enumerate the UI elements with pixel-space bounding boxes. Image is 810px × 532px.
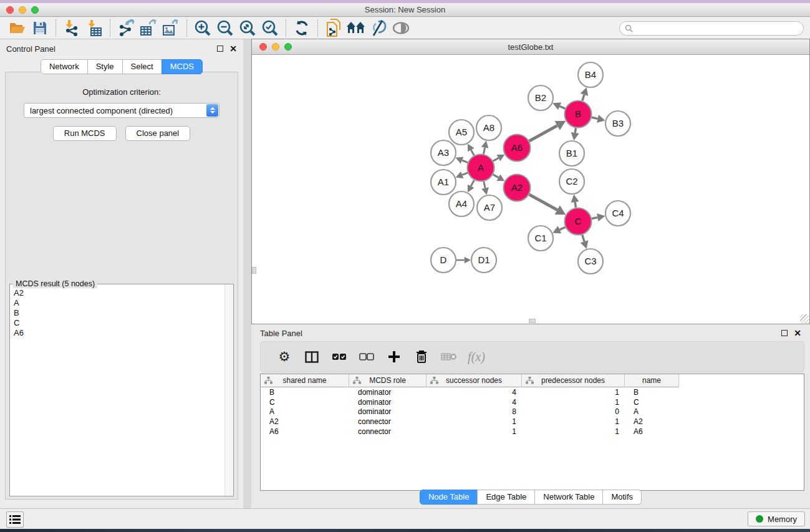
edge-A2-C[interactable]	[529, 195, 557, 210]
cell[interactable]: 4	[427, 388, 522, 397]
unselect-all-icon[interactable]	[353, 346, 380, 367]
cell[interactable]: C	[261, 398, 349, 407]
network-canvas[interactable]: AA1A2A3A4A5A6A7A8BB1B2B3B4CC1C2C3C4DD1	[252, 55, 809, 324]
cell[interactable]: A6	[625, 427, 679, 436]
cell[interactable]: 1	[427, 427, 522, 436]
result-item[interactable]: A	[14, 298, 224, 308]
open-session-icon[interactable]	[6, 19, 29, 37]
cell[interactable]: 4	[427, 398, 522, 407]
close-panel-button[interactable]: Close panel	[125, 126, 191, 141]
refresh-icon[interactable]	[291, 19, 313, 37]
run-mcds-button[interactable]: Run MCDS	[53, 126, 117, 141]
cell[interactable]: 1	[427, 417, 522, 426]
edge-A-A1[interactable]	[462, 173, 468, 175]
delete-column-icon[interactable]	[408, 346, 435, 367]
edge-C-C4[interactable]	[592, 218, 597, 219]
result-item[interactable]: A6	[14, 328, 224, 338]
table-row[interactable]: Bdominator41B	[261, 387, 804, 397]
cell[interactable]: B	[625, 388, 679, 397]
zoom-in-icon[interactable]	[191, 19, 214, 37]
graphics-details-icon[interactable]	[367, 19, 390, 37]
edge-A-A4[interactable]	[471, 180, 474, 186]
column-header-MCDS-role[interactable]: MCDS role	[349, 374, 427, 387]
cell[interactable]: dominator	[349, 398, 427, 407]
edge-A-A5[interactable]	[471, 150, 474, 155]
resize-grip[interactable]	[800, 314, 809, 323]
close-table-panel-icon[interactable]: ✕	[794, 330, 801, 336]
network-graph[interactable]: AA1A2A3A4A5A6A7A8BB1B2B3B4CC1C2C3C4DD1	[252, 55, 809, 324]
column-header-successor-nodes[interactable]: successor nodes	[427, 374, 522, 387]
edge-A6-B[interactable]	[529, 125, 557, 141]
cell[interactable]: 0	[522, 407, 625, 416]
cell[interactable]: C	[625, 398, 679, 407]
table-row[interactable]: Adominator80A	[261, 407, 804, 417]
export-table-icon[interactable]	[137, 19, 160, 37]
cell[interactable]: dominator	[349, 407, 427, 416]
zoom-selected-icon[interactable]	[259, 19, 281, 37]
import-network-icon[interactable]	[60, 19, 83, 37]
cell[interactable]: 1	[522, 417, 625, 426]
zoom-fit-icon[interactable]	[236, 19, 259, 37]
result-scrollbar[interactable]	[224, 284, 233, 496]
cell[interactable]: A6	[261, 427, 349, 436]
optimization-select[interactable]: largest connected component (directed)	[24, 103, 219, 118]
cell[interactable]: A2	[261, 417, 349, 426]
column-header-predecessor-nodes[interactable]: predecessor nodes	[522, 374, 625, 387]
tab-mcds[interactable]: MCDS	[162, 59, 203, 74]
edge-A-A2[interactable]	[493, 175, 499, 178]
cell[interactable]: 1	[522, 398, 625, 407]
task-history-button[interactable]	[6, 511, 24, 528]
table-row[interactable]: A6connector11A6	[261, 427, 804, 437]
close-panel-icon[interactable]: ✕	[229, 46, 237, 52]
tab-style[interactable]: Style	[87, 59, 123, 74]
settings-gear-icon[interactable]: ⚙	[271, 346, 298, 367]
network-file-icon[interactable]	[322, 19, 345, 37]
float-panel-icon[interactable]	[217, 46, 223, 52]
table-tab-edge-table[interactable]: Edge Table	[477, 490, 535, 505]
cell[interactable]: A	[261, 407, 349, 416]
horizontal-scroll-thumb[interactable]	[529, 319, 536, 323]
vertical-scroll-thumb[interactable]	[252, 267, 256, 274]
eye-icon[interactable]	[390, 19, 412, 37]
cell[interactable]: dominator	[349, 388, 427, 397]
import-table-icon[interactable]	[83, 19, 105, 37]
edge-B-B4[interactable]	[582, 95, 584, 101]
result-item[interactable]: B	[14, 308, 224, 318]
column-header-name[interactable]: name	[625, 374, 679, 387]
select-all-icon[interactable]	[325, 346, 353, 367]
export-image-icon[interactable]	[160, 19, 182, 37]
node-table[interactable]: shared nameMCDS rolesuccessor nodesprede…	[260, 374, 804, 491]
cell[interactable]: connector	[349, 417, 427, 426]
column-header-shared-name[interactable]: shared name	[261, 374, 349, 387]
edge-A-A6[interactable]	[493, 158, 499, 161]
columns-icon[interactable]	[298, 346, 325, 367]
edge-B-B2[interactable]	[560, 106, 566, 109]
edge-C-C3[interactable]	[582, 235, 584, 241]
add-column-icon[interactable]	[380, 346, 408, 367]
cell[interactable]: A	[625, 407, 679, 416]
edge-A-A3[interactable]	[462, 160, 468, 163]
cell[interactable]: 8	[427, 407, 522, 416]
network-window-titlebar[interactable]: testGlobe.txt	[252, 39, 809, 55]
tab-select[interactable]: Select	[122, 59, 162, 74]
table-tab-node-table[interactable]: Node Table	[420, 490, 478, 505]
cell[interactable]: A2	[625, 417, 679, 426]
cell[interactable]: B	[261, 388, 349, 397]
edge-B-B1[interactable]	[575, 128, 576, 133]
search-input[interactable]	[636, 24, 803, 32]
cell[interactable]: 1	[522, 388, 625, 397]
edge-A-A8[interactable]	[483, 148, 485, 154]
panel-splitter[interactable]	[243, 39, 251, 509]
result-item[interactable]: C	[14, 318, 224, 328]
result-item[interactable]: A2	[14, 288, 224, 298]
cell[interactable]: connector	[349, 427, 427, 436]
memory-button[interactable]: Memory	[748, 511, 805, 526]
cell[interactable]: 1	[522, 427, 625, 436]
zoom-out-icon[interactable]	[214, 19, 236, 37]
edge-B-B3[interactable]	[592, 117, 598, 118]
save-session-icon[interactable]	[29, 19, 51, 37]
edge-A-A7[interactable]	[484, 181, 485, 188]
table-tab-network-table[interactable]: Network Table	[534, 490, 603, 505]
export-network-icon[interactable]	[115, 19, 137, 37]
home-icon[interactable]	[345, 19, 367, 37]
